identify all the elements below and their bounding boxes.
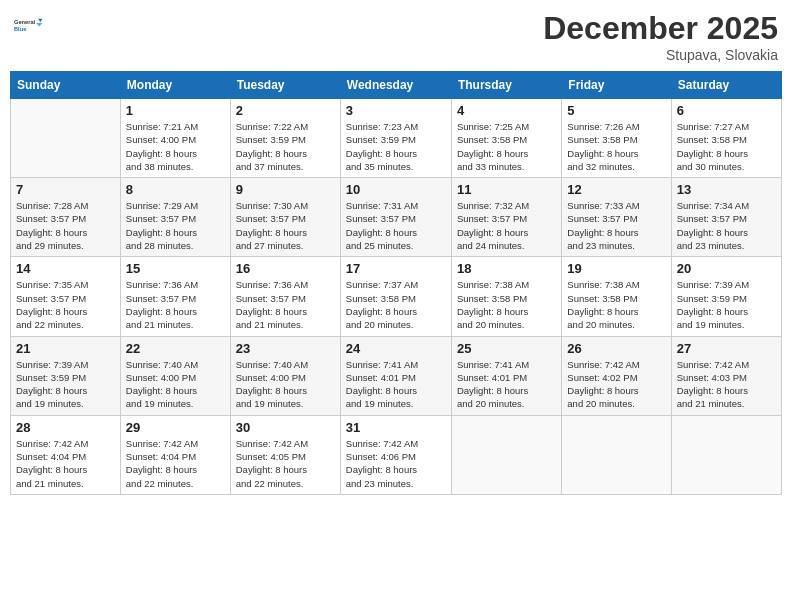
calendar-week-3: 14Sunrise: 7:35 AM Sunset: 3:57 PM Dayli… bbox=[11, 257, 782, 336]
calendar-cell: 6Sunrise: 7:27 AM Sunset: 3:58 PM Daylig… bbox=[671, 99, 781, 178]
calendar-cell: 7Sunrise: 7:28 AM Sunset: 3:57 PM Daylig… bbox=[11, 178, 121, 257]
day-number: 16 bbox=[236, 261, 335, 276]
day-info: Sunrise: 7:21 AM Sunset: 4:00 PM Dayligh… bbox=[126, 120, 225, 173]
day-info: Sunrise: 7:42 AM Sunset: 4:03 PM Dayligh… bbox=[677, 358, 776, 411]
svg-text:General: General bbox=[14, 19, 36, 25]
day-info: Sunrise: 7:38 AM Sunset: 3:58 PM Dayligh… bbox=[567, 278, 665, 331]
logo: GeneralBlue bbox=[14, 10, 46, 42]
day-number: 17 bbox=[346, 261, 446, 276]
calendar-cell: 16Sunrise: 7:36 AM Sunset: 3:57 PM Dayli… bbox=[230, 257, 340, 336]
day-info: Sunrise: 7:40 AM Sunset: 4:00 PM Dayligh… bbox=[126, 358, 225, 411]
day-info: Sunrise: 7:22 AM Sunset: 3:59 PM Dayligh… bbox=[236, 120, 335, 173]
day-number: 5 bbox=[567, 103, 665, 118]
day-info: Sunrise: 7:27 AM Sunset: 3:58 PM Dayligh… bbox=[677, 120, 776, 173]
day-info: Sunrise: 7:38 AM Sunset: 3:58 PM Dayligh… bbox=[457, 278, 556, 331]
day-header-monday: Monday bbox=[120, 72, 230, 99]
calendar-cell: 13Sunrise: 7:34 AM Sunset: 3:57 PM Dayli… bbox=[671, 178, 781, 257]
day-info: Sunrise: 7:25 AM Sunset: 3:58 PM Dayligh… bbox=[457, 120, 556, 173]
calendar-cell: 1Sunrise: 7:21 AM Sunset: 4:00 PM Daylig… bbox=[120, 99, 230, 178]
day-info: Sunrise: 7:31 AM Sunset: 3:57 PM Dayligh… bbox=[346, 199, 446, 252]
day-info: Sunrise: 7:36 AM Sunset: 3:57 PM Dayligh… bbox=[236, 278, 335, 331]
calendar-cell: 25Sunrise: 7:41 AM Sunset: 4:01 PM Dayli… bbox=[451, 336, 561, 415]
day-info: Sunrise: 7:42 AM Sunset: 4:02 PM Dayligh… bbox=[567, 358, 665, 411]
calendar-cell: 31Sunrise: 7:42 AM Sunset: 4:06 PM Dayli… bbox=[340, 415, 451, 494]
day-info: Sunrise: 7:32 AM Sunset: 3:57 PM Dayligh… bbox=[457, 199, 556, 252]
day-number: 10 bbox=[346, 182, 446, 197]
svg-marker-2 bbox=[38, 19, 42, 23]
day-number: 30 bbox=[236, 420, 335, 435]
day-info: Sunrise: 7:33 AM Sunset: 3:57 PM Dayligh… bbox=[567, 199, 665, 252]
day-number: 6 bbox=[677, 103, 776, 118]
calendar-cell: 14Sunrise: 7:35 AM Sunset: 3:57 PM Dayli… bbox=[11, 257, 121, 336]
calendar-cell: 4Sunrise: 7:25 AM Sunset: 3:58 PM Daylig… bbox=[451, 99, 561, 178]
day-info: Sunrise: 7:30 AM Sunset: 3:57 PM Dayligh… bbox=[236, 199, 335, 252]
day-info: Sunrise: 7:42 AM Sunset: 4:04 PM Dayligh… bbox=[126, 437, 225, 490]
logo-icon: GeneralBlue bbox=[14, 10, 46, 42]
day-number: 12 bbox=[567, 182, 665, 197]
page-header: GeneralBlue December 2025 Stupava, Slova… bbox=[10, 10, 782, 63]
calendar-cell bbox=[11, 99, 121, 178]
calendar-cell: 20Sunrise: 7:39 AM Sunset: 3:59 PM Dayli… bbox=[671, 257, 781, 336]
calendar-cell bbox=[671, 415, 781, 494]
day-info: Sunrise: 7:35 AM Sunset: 3:57 PM Dayligh… bbox=[16, 278, 115, 331]
day-header-tuesday: Tuesday bbox=[230, 72, 340, 99]
day-number: 23 bbox=[236, 341, 335, 356]
location-subtitle: Stupava, Slovakia bbox=[543, 47, 778, 63]
day-info: Sunrise: 7:41 AM Sunset: 4:01 PM Dayligh… bbox=[457, 358, 556, 411]
day-number: 3 bbox=[346, 103, 446, 118]
day-info: Sunrise: 7:29 AM Sunset: 3:57 PM Dayligh… bbox=[126, 199, 225, 252]
day-number: 28 bbox=[16, 420, 115, 435]
title-block: December 2025 Stupava, Slovakia bbox=[543, 10, 778, 63]
day-number: 1 bbox=[126, 103, 225, 118]
day-header-sunday: Sunday bbox=[11, 72, 121, 99]
svg-marker-3 bbox=[36, 23, 42, 27]
calendar-cell: 9Sunrise: 7:30 AM Sunset: 3:57 PM Daylig… bbox=[230, 178, 340, 257]
day-info: Sunrise: 7:37 AM Sunset: 3:58 PM Dayligh… bbox=[346, 278, 446, 331]
calendar-cell: 3Sunrise: 7:23 AM Sunset: 3:59 PM Daylig… bbox=[340, 99, 451, 178]
day-info: Sunrise: 7:41 AM Sunset: 4:01 PM Dayligh… bbox=[346, 358, 446, 411]
calendar-body: 1Sunrise: 7:21 AM Sunset: 4:00 PM Daylig… bbox=[11, 99, 782, 495]
day-info: Sunrise: 7:42 AM Sunset: 4:04 PM Dayligh… bbox=[16, 437, 115, 490]
day-header-saturday: Saturday bbox=[671, 72, 781, 99]
calendar-header-row: SundayMondayTuesdayWednesdayThursdayFrid… bbox=[11, 72, 782, 99]
day-number: 19 bbox=[567, 261, 665, 276]
day-header-wednesday: Wednesday bbox=[340, 72, 451, 99]
calendar-cell bbox=[562, 415, 671, 494]
calendar-cell: 2Sunrise: 7:22 AM Sunset: 3:59 PM Daylig… bbox=[230, 99, 340, 178]
day-info: Sunrise: 7:28 AM Sunset: 3:57 PM Dayligh… bbox=[16, 199, 115, 252]
day-number: 31 bbox=[346, 420, 446, 435]
day-number: 21 bbox=[16, 341, 115, 356]
day-info: Sunrise: 7:39 AM Sunset: 3:59 PM Dayligh… bbox=[16, 358, 115, 411]
day-number: 2 bbox=[236, 103, 335, 118]
day-number: 4 bbox=[457, 103, 556, 118]
day-info: Sunrise: 7:36 AM Sunset: 3:57 PM Dayligh… bbox=[126, 278, 225, 331]
day-info: Sunrise: 7:34 AM Sunset: 3:57 PM Dayligh… bbox=[677, 199, 776, 252]
day-number: 13 bbox=[677, 182, 776, 197]
day-number: 25 bbox=[457, 341, 556, 356]
day-info: Sunrise: 7:42 AM Sunset: 4:05 PM Dayligh… bbox=[236, 437, 335, 490]
calendar-week-2: 7Sunrise: 7:28 AM Sunset: 3:57 PM Daylig… bbox=[11, 178, 782, 257]
calendar-cell: 26Sunrise: 7:42 AM Sunset: 4:02 PM Dayli… bbox=[562, 336, 671, 415]
calendar-cell: 10Sunrise: 7:31 AM Sunset: 3:57 PM Dayli… bbox=[340, 178, 451, 257]
day-number: 7 bbox=[16, 182, 115, 197]
calendar-cell: 8Sunrise: 7:29 AM Sunset: 3:57 PM Daylig… bbox=[120, 178, 230, 257]
calendar-cell: 11Sunrise: 7:32 AM Sunset: 3:57 PM Dayli… bbox=[451, 178, 561, 257]
calendar-cell: 5Sunrise: 7:26 AM Sunset: 3:58 PM Daylig… bbox=[562, 99, 671, 178]
calendar-cell bbox=[451, 415, 561, 494]
month-title: December 2025 bbox=[543, 10, 778, 47]
calendar-cell: 29Sunrise: 7:42 AM Sunset: 4:04 PM Dayli… bbox=[120, 415, 230, 494]
day-info: Sunrise: 7:42 AM Sunset: 4:06 PM Dayligh… bbox=[346, 437, 446, 490]
calendar-week-5: 28Sunrise: 7:42 AM Sunset: 4:04 PM Dayli… bbox=[11, 415, 782, 494]
calendar-cell: 18Sunrise: 7:38 AM Sunset: 3:58 PM Dayli… bbox=[451, 257, 561, 336]
day-info: Sunrise: 7:23 AM Sunset: 3:59 PM Dayligh… bbox=[346, 120, 446, 173]
day-info: Sunrise: 7:40 AM Sunset: 4:00 PM Dayligh… bbox=[236, 358, 335, 411]
calendar-cell: 23Sunrise: 7:40 AM Sunset: 4:00 PM Dayli… bbox=[230, 336, 340, 415]
calendar-table: SundayMondayTuesdayWednesdayThursdayFrid… bbox=[10, 71, 782, 495]
calendar-week-4: 21Sunrise: 7:39 AM Sunset: 3:59 PM Dayli… bbox=[11, 336, 782, 415]
day-number: 11 bbox=[457, 182, 556, 197]
calendar-cell: 30Sunrise: 7:42 AM Sunset: 4:05 PM Dayli… bbox=[230, 415, 340, 494]
calendar-cell: 27Sunrise: 7:42 AM Sunset: 4:03 PM Dayli… bbox=[671, 336, 781, 415]
day-header-friday: Friday bbox=[562, 72, 671, 99]
day-number: 14 bbox=[16, 261, 115, 276]
calendar-week-1: 1Sunrise: 7:21 AM Sunset: 4:00 PM Daylig… bbox=[11, 99, 782, 178]
